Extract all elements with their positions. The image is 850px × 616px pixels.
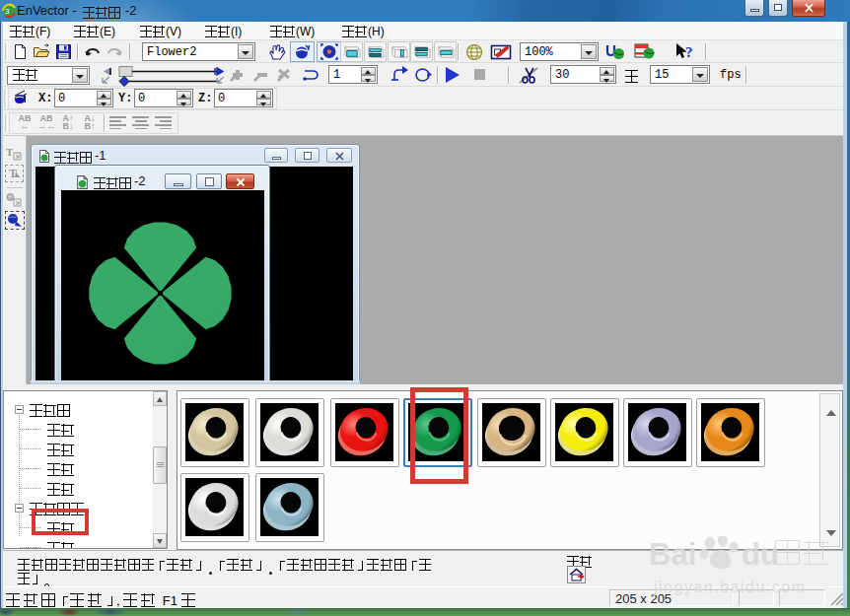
svg-text:T: T bbox=[6, 146, 14, 158]
svg-text:?: ? bbox=[685, 44, 693, 60]
svg-text:3: 3 bbox=[5, 7, 10, 16]
